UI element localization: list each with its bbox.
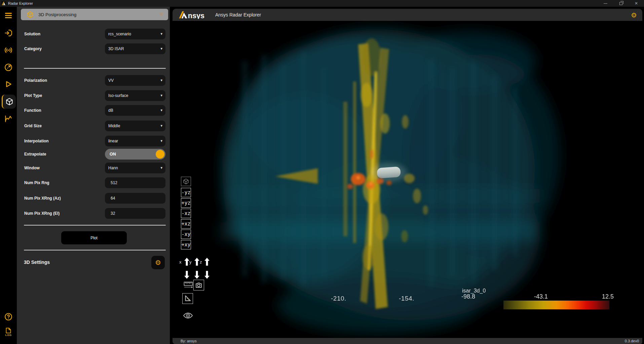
view-button-minus-yz[interactable]: -yz (181, 188, 191, 197)
nav-item-radar[interactable] (2, 61, 14, 73)
num-pix-rng-input[interactable]: 512 (105, 177, 165, 188)
nav-item-import[interactable] (2, 27, 14, 39)
solution-dropdown[interactable]: rcs_scenario▾ (105, 29, 165, 39)
nav-rail: LOG (0, 7, 17, 344)
field-label: Interpolation (24, 139, 49, 143)
field-row-function: Function dB▾ (24, 105, 165, 116)
gear-icon: ⚙ (631, 11, 637, 19)
x-axis-up-button[interactable] (184, 257, 189, 266)
measure-angle-tool-button[interactable] (182, 293, 193, 304)
divider (24, 68, 166, 69)
num-pix-xrng-az-input[interactable]: 64 (105, 193, 165, 204)
colorbar-mid-label: -43.1 (534, 293, 548, 300)
app-title: Ansys Radar Explorer (215, 12, 261, 18)
plot-type-dropdown[interactable]: Iso-surface▾ (105, 90, 165, 101)
gear-icon: ⚙ (155, 259, 161, 267)
field-row-num-pix-xrng-az: Num Pix XRng (Az) 64 (24, 193, 165, 204)
minimize-button[interactable] (598, 0, 613, 7)
view-button-plus-xy[interactable]: +xy (181, 240, 191, 249)
view-button-plus-xz[interactable]: +xz (181, 219, 191, 229)
category-dropdown[interactable]: 3D ISAR▾ (105, 43, 165, 54)
viewer-settings-button[interactable]: ⚙ (630, 11, 638, 20)
num-pix-xrng-el-input[interactable]: 32 (105, 208, 165, 219)
chevron-down-icon: ▾ (160, 78, 162, 82)
hamburger-icon (4, 11, 13, 20)
field-row-window: Window Hann▾ (24, 163, 165, 173)
ruler-tool-button[interactable] (183, 281, 193, 289)
close-icon: ✕ (635, 1, 638, 5)
interpolation-dropdown[interactable]: linear▾ (105, 136, 165, 146)
field-row-num-pix-rng: Num Pix Rng 512 (24, 177, 165, 188)
y-axis-down-button[interactable] (194, 270, 199, 279)
eye-icon (183, 312, 193, 319)
window-controls: ✕ (598, 0, 644, 7)
status-version: 0.3.dev0 (625, 339, 639, 343)
log-label: LOG (5, 334, 12, 337)
toggle-state-label: ON (110, 152, 116, 157)
field-row-category: Category 3D ISAR▾ (24, 43, 165, 54)
divider (24, 250, 166, 250)
field-row-solution: Solution rcs_scenario▾ (24, 29, 165, 39)
angle-ruler-icon (184, 295, 191, 302)
log-button[interactable]: LOG (2, 326, 14, 338)
chevron-down-icon: ▾ (160, 166, 162, 170)
field-label: Function (24, 108, 41, 113)
field-label: Extrapolate (24, 152, 46, 157)
3d-viewport-canvas[interactable] (170, 21, 644, 338)
field-row-extrapolate: Extrapolate ON (24, 149, 165, 160)
log-file-icon (5, 328, 12, 334)
line-chart-icon (4, 114, 13, 123)
z-axis-down-button[interactable] (204, 270, 210, 279)
close-window-button[interactable]: ✕ (629, 0, 644, 7)
visibility-toggle-button[interactable] (183, 311, 193, 319)
help-icon (4, 312, 13, 321)
view-button-plus-yz[interactable]: +yz (181, 198, 191, 208)
maximize-button[interactable] (613, 0, 629, 7)
polarization-dropdown[interactable]: VV▾ (105, 75, 165, 86)
panel-title: 3D Postprocessing (38, 12, 76, 17)
nav-item-3d-postprocessing[interactable] (2, 95, 16, 109)
nav-item-antenna[interactable] (2, 44, 14, 56)
x-axis-down-button[interactable] (184, 270, 189, 279)
isometric-view-button[interactable] (181, 177, 191, 186)
field-row-grid-size: Grid Size Middle▾ (24, 121, 165, 131)
chevron-down-icon: ▾ (160, 139, 162, 143)
colorbar-gradient (503, 301, 609, 309)
z-axis-up-button[interactable] (204, 257, 210, 266)
panel-header: 3D Postprocessing ✕ (21, 9, 168, 20)
titlebar: Radar Explorer ✕ (0, 0, 644, 7)
grid-size-dropdown[interactable]: Middle▾ (105, 121, 165, 131)
camera-icon (195, 281, 202, 289)
play-icon (4, 80, 13, 89)
nav-item-run[interactable] (2, 78, 14, 90)
xrange-tick-label-1: -210. (331, 295, 346, 302)
chevron-down-icon: ▾ (160, 124, 162, 128)
3d-settings-button[interactable]: ⚙ (151, 256, 165, 269)
plot-button[interactable]: Plot (61, 231, 127, 244)
postprocessing-panel: 3D Postprocessing ✕ Solution rcs_scenari… (17, 7, 170, 344)
field-row-plot-type: Plot Type Iso-surface▾ (24, 90, 165, 101)
menu-button[interactable] (2, 9, 14, 22)
extrapolate-toggle[interactable]: ON (105, 149, 165, 160)
close-panel-icon[interactable]: ✕ (159, 11, 163, 17)
settings-heading: 3D Settings (24, 260, 50, 265)
z-axis-label: z (200, 260, 202, 265)
toggle-knob (156, 150, 164, 159)
status-author: By: ansys (181, 339, 197, 343)
window-dropdown[interactable]: Hann▾ (105, 163, 165, 173)
y-axis-up-button[interactable] (194, 257, 199, 266)
screenshot-tool-button[interactable] (193, 280, 204, 290)
view-button-minus-xy[interactable]: -xy (181, 230, 191, 239)
cube-3d-icon (26, 11, 34, 19)
field-label: Grid Size (24, 124, 42, 128)
function-dropdown[interactable]: dB▾ (105, 105, 165, 116)
help-button[interactable] (2, 311, 14, 323)
field-row-num-pix-xrng-el: Num Pix XRng (El) 32 (24, 208, 165, 219)
minimize-icon (604, 3, 607, 4)
radar-icon (4, 63, 13, 72)
field-label: Num Pix XRng (El) (24, 211, 60, 216)
nav-item-charts[interactable] (2, 113, 14, 125)
view-button-minus-xz[interactable]: -xz (181, 209, 191, 218)
svg-text:nsys: nsys (188, 11, 204, 19)
cube-view-icon (183, 178, 189, 185)
